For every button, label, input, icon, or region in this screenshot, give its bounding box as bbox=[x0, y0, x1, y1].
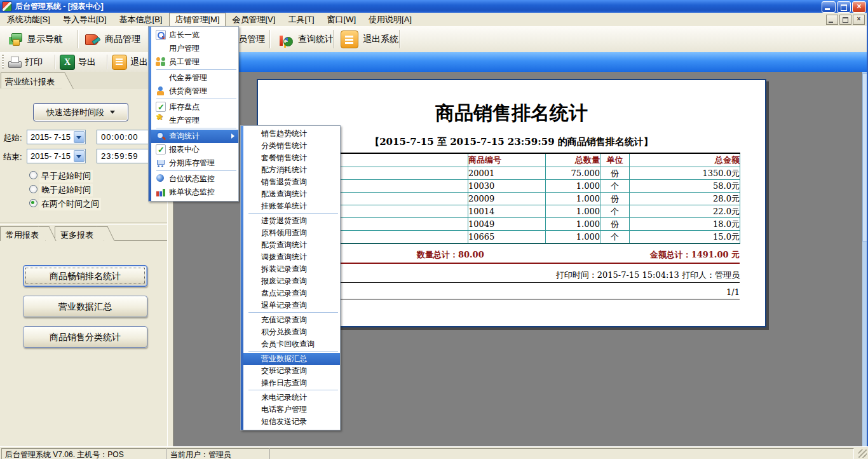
menu-item-voucher-management[interactable]: 代金券管理 bbox=[151, 71, 238, 85]
dropdown-arrow-icon[interactable] bbox=[74, 150, 85, 162]
goods-icon bbox=[84, 31, 100, 48]
submenu-item[interactable]: 交班记录查询 bbox=[243, 365, 340, 377]
start-label: 起始: bbox=[3, 132, 22, 144]
submenu-item[interactable]: 退单记录查询 bbox=[243, 299, 340, 312]
submenu-item[interactable]: 套餐销售统计 bbox=[243, 152, 340, 164]
tab-business-stats-report[interactable]: 营业统计报表 bbox=[1, 72, 62, 88]
submenu-item[interactable]: 来电记录统计 bbox=[243, 392, 340, 404]
supplier-icon bbox=[156, 86, 166, 96]
mdi-close-button[interactable]: × bbox=[853, 15, 865, 25]
print-info: 打印时间：2015-7-15 15:04:13 打印人：管理员 bbox=[556, 270, 740, 281]
submenu-item[interactable]: 报废记录查询 bbox=[243, 275, 340, 287]
start-time-field[interactable]: 00:00:00 bbox=[97, 130, 150, 144]
menu-item-installment-inventory[interactable]: 分期库存管理 bbox=[151, 156, 238, 170]
menu-item-supplier-management[interactable]: 供货商管理 bbox=[151, 85, 238, 98]
submenu-item[interactable]: 配货查询统计 bbox=[243, 239, 340, 251]
check-doc-icon bbox=[156, 144, 166, 154]
menu-item-inventory-check[interactable]: 库存盘点 bbox=[151, 100, 238, 114]
menu-separator bbox=[248, 312, 338, 313]
menu-system[interactable]: 系统功能[S] bbox=[1, 13, 56, 27]
menu-item-query-stats[interactable]: 查询统计 bbox=[151, 130, 238, 143]
submenu-item[interactable]: 充值记录查询 bbox=[243, 314, 340, 326]
report-toolbar: 打印 导出 退出 bbox=[0, 52, 868, 72]
document-tab-row: 营业统计报表 bbox=[0, 72, 172, 89]
menu-import-export[interactable]: 导入导出[D] bbox=[57, 13, 112, 27]
radio-earlier-than-start[interactable] bbox=[29, 171, 37, 179]
mdi-minimize-button[interactable] bbox=[826, 15, 838, 25]
show-navigation-button[interactable]: 显示导航 bbox=[4, 29, 65, 50]
status-current-user: 当前用户：管理员 bbox=[166, 448, 269, 459]
restore-button[interactable] bbox=[837, 1, 851, 13]
query-stats-button[interactable]: 查询统计 bbox=[275, 29, 336, 50]
submenu-item[interactable]: 分类销售统计 bbox=[243, 140, 340, 152]
submenu-item[interactable]: 电话客户管理 bbox=[243, 404, 340, 416]
submenu-item[interactable]: 配方消耗统计 bbox=[243, 164, 340, 176]
submenu-item[interactable]: 挂账签单统计 bbox=[243, 200, 340, 212]
store-management-menu: 店长一览 用户管理 员工管理 代金券管理 供货商管理 库存盘点 生产管理 查 bbox=[148, 26, 239, 202]
resize-grip[interactable] bbox=[858, 449, 867, 458]
webcam-icon bbox=[156, 174, 166, 184]
radio-label[interactable]: 在两个时间之间 bbox=[39, 198, 101, 210]
submenu-item[interactable]: 会员卡回收查询 bbox=[243, 338, 340, 350]
submenu-arrow-icon bbox=[231, 134, 234, 139]
app-icon bbox=[2, 1, 12, 11]
menu-window[interactable]: 窗口[W] bbox=[322, 13, 362, 27]
menu-item-store-list[interactable]: 店长一览 bbox=[151, 29, 238, 42]
menu-item-user-management[interactable]: 用户管理 bbox=[151, 42, 238, 55]
tab-common-reports[interactable]: 常用报表 bbox=[0, 226, 46, 241]
menu-item-table-status-monitor[interactable]: 台位状态监控 bbox=[151, 172, 238, 186]
menu-item-bill-status-monitor[interactable]: 账单状态监控 bbox=[151, 186, 238, 199]
start-date-combo[interactable]: 2015- 7-15 bbox=[27, 130, 86, 144]
minimize-button[interactable] bbox=[822, 1, 836, 13]
close-button[interactable]: × bbox=[852, 1, 866, 13]
quantity-total: 数量总计：80.00 bbox=[417, 249, 484, 261]
app-window: 后台管理系统 - [报表中心] × 系统功能[S] 导入导出[D] 基本信息[B… bbox=[0, 0, 868, 459]
menu-help[interactable]: 使用说明[A] bbox=[363, 13, 417, 27]
bestseller-ranking-button[interactable]: 商品畅销排名统计 bbox=[23, 265, 147, 287]
submenu-item[interactable]: 拆装记录查询 bbox=[243, 263, 340, 275]
submenu-item[interactable]: 积分兑换查询 bbox=[243, 326, 340, 338]
menu-item-report-center[interactable]: 报表中心 bbox=[151, 143, 238, 156]
submenu-item-business-data-summary[interactable]: 营业数据汇总 bbox=[243, 353, 340, 365]
print-button[interactable]: 打印 bbox=[8, 54, 43, 70]
submenu-item[interactable]: 操作日志查询 bbox=[243, 377, 340, 389]
radio-label[interactable]: 早于起始时间 bbox=[39, 170, 93, 182]
menu-basic-info[interactable]: 基本信息[B] bbox=[114, 13, 168, 27]
export-button[interactable]: 导出 bbox=[60, 54, 96, 70]
sales-category-stats-button[interactable]: 商品销售分类统计 bbox=[23, 326, 147, 348]
submenu-item[interactable]: 配送查询统计 bbox=[243, 188, 340, 200]
submenu-item[interactable]: 销售退货查询 bbox=[243, 176, 340, 188]
query-stats-submenu: 销售趋势统计 分类销售统计 套餐销售统计 配方消耗统计 销售退货查询 配送查询统… bbox=[240, 125, 341, 430]
chevron-down-icon bbox=[110, 111, 115, 114]
submenu-item[interactable]: 原料领用查询 bbox=[243, 227, 340, 239]
submenu-item[interactable]: 调拨查询统计 bbox=[243, 251, 340, 263]
radio-later-than-start[interactable] bbox=[29, 185, 37, 193]
mdi-restore-button[interactable] bbox=[839, 15, 851, 25]
menu-tools[interactable]: 工具[T] bbox=[282, 13, 320, 27]
dropdown-arrow-icon[interactable] bbox=[74, 131, 85, 143]
goods-management-button[interactable]: 商品管理 bbox=[81, 29, 143, 50]
end-date-combo[interactable]: 2015- 7-15 bbox=[27, 149, 86, 163]
submenu-item[interactable]: 销售趋势统计 bbox=[243, 128, 340, 140]
menu-store-management[interactable]: 店铺管理[M] bbox=[169, 13, 225, 27]
menu-member-management[interactable]: 会员管理[V] bbox=[227, 13, 281, 27]
bar-chart-icon bbox=[156, 187, 166, 197]
submenu-item[interactable]: 盘点记录查询 bbox=[243, 287, 340, 299]
exit-button[interactable]: 退出 bbox=[112, 54, 148, 70]
radio-between-times[interactable] bbox=[29, 199, 37, 207]
toolbar-separator bbox=[55, 55, 56, 69]
submenu-item[interactable]: 进货退货查询 bbox=[243, 215, 340, 227]
quick-time-select-button[interactable]: 快速选择时间段 bbox=[33, 103, 128, 121]
menu-item-production-management[interactable]: 生产管理 bbox=[151, 114, 238, 127]
filter-panel: 快速选择时间段 起始: 2015- 7-15 00:00:00 结束: 2015… bbox=[0, 89, 167, 446]
menu-item-staff-management[interactable]: 员工管理 bbox=[151, 55, 238, 69]
end-time-field[interactable]: 23:59:59 bbox=[97, 149, 150, 163]
exit-system-button[interactable]: 退出系统 bbox=[338, 29, 401, 50]
menu-separator bbox=[248, 351, 338, 352]
radio-label[interactable]: 晚于起始时间 bbox=[39, 184, 93, 196]
business-data-summary-button[interactable]: 营业数据汇总 bbox=[23, 296, 147, 317]
submenu-item[interactable]: 短信发送记录 bbox=[243, 416, 340, 428]
tab-more-reports[interactable]: 更多报表 bbox=[55, 226, 104, 241]
menu-separator bbox=[248, 390, 338, 390]
window-title: 后台管理系统 - [报表中心] bbox=[15, 1, 104, 12]
